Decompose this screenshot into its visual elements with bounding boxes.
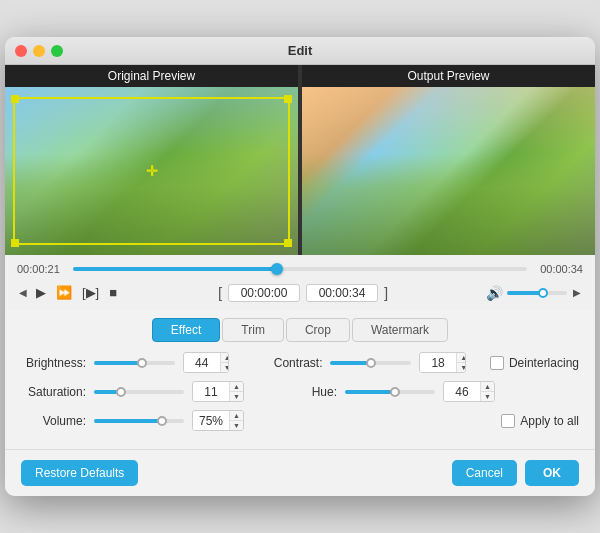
apply-to-all-checkbox[interactable] (501, 414, 515, 428)
saturation-slider[interactable] (94, 390, 184, 394)
hue-slider[interactable] (345, 390, 435, 394)
tab-crop[interactable]: Crop (286, 318, 350, 342)
original-preview-label: Original Preview (5, 65, 298, 87)
tab-effect[interactable]: Effect (152, 318, 220, 342)
brightness-up[interactable]: ▲ (221, 353, 230, 363)
tab-watermark[interactable]: Watermark (352, 318, 448, 342)
volume-control-thumb[interactable] (157, 416, 167, 426)
edit-window: Edit Original Preview ✛ Output Preview (5, 37, 595, 496)
timeline-end-time: 00:00:34 (533, 263, 583, 275)
timeline-area: 00:00:21 00:00:34 ◀ ▶ ⏩ [▶] ■ [ ] 🔊 (5, 255, 595, 310)
tab-trim[interactable]: Trim (222, 318, 284, 342)
crop-overlay[interactable]: ✛ (13, 97, 290, 245)
volume-thumb[interactable] (538, 288, 548, 298)
timeline-slider[interactable] (73, 267, 527, 271)
contrast-slider[interactable] (330, 361, 411, 365)
tabs-area: Effect Trim Crop Watermark (5, 310, 595, 342)
apply-to-all-area: Apply to all (501, 414, 579, 428)
saturation-thumb[interactable] (116, 387, 126, 397)
brightness-input-wrap: ▲ ▼ (183, 352, 230, 373)
frame-step-button[interactable]: [▶] (79, 283, 102, 302)
timeline-track: 00:00:21 00:00:34 (17, 263, 583, 275)
brightness-row: Brightness: ▲ ▼ Contrast: ▲ (21, 352, 579, 373)
ok-button[interactable]: OK (525, 460, 579, 486)
volume-label: Volume: (21, 414, 86, 428)
contrast-stepper: ▲ ▼ (456, 353, 466, 372)
deinterlacing-label: Deinterlacing (509, 356, 579, 370)
brightness-label: Brightness: (21, 356, 86, 370)
brightness-thumb[interactable] (137, 358, 147, 368)
timeline-start-time: 00:00:21 (17, 263, 67, 275)
hue-up[interactable]: ▲ (481, 382, 494, 392)
output-preview-image (302, 87, 595, 255)
hue-stepper: ▲ ▼ (480, 382, 494, 401)
cancel-button[interactable]: Cancel (452, 460, 517, 486)
hue-down[interactable]: ▼ (481, 392, 494, 401)
brightness-slider[interactable] (94, 361, 175, 365)
brightness-fill (94, 361, 142, 365)
bracket-open: [ (218, 284, 222, 301)
volume-input-wrap: ▲ ▼ (192, 410, 244, 431)
contrast-thumb[interactable] (366, 358, 376, 368)
bottom-bar: Restore Defaults Cancel OK (5, 449, 595, 496)
volume-control-fill (94, 419, 162, 423)
minimize-button[interactable] (33, 45, 45, 57)
titlebar-buttons (15, 45, 63, 57)
play-button[interactable]: ▶ (33, 283, 49, 302)
volume-down[interactable]: ▼ (230, 421, 243, 430)
contrast-label: Contrast: (257, 356, 322, 370)
saturation-input[interactable] (193, 383, 229, 401)
contrast-down[interactable]: ▼ (457, 363, 466, 372)
original-preview-panel: Original Preview ✛ (5, 65, 298, 255)
deinterlacing-area: Deinterlacing (490, 356, 579, 370)
nav-prev-icon[interactable]: ◀ (17, 285, 29, 300)
nav-row: ◀ ▶ ⏩ [▶] ■ [ ] 🔊 ▶ (17, 279, 583, 306)
maximize-button[interactable] (51, 45, 63, 57)
timecode-end-input[interactable] (306, 284, 378, 302)
volume-icon: 🔊 (486, 285, 503, 301)
nav-next-icon[interactable]: ▶ (571, 285, 583, 300)
hue-thumb[interactable] (390, 387, 400, 397)
volume-control-row: Volume: ▲ ▼ Apply to all (21, 410, 579, 431)
deinterlacing-checkbox[interactable] (490, 356, 504, 370)
window-title: Edit (288, 43, 313, 58)
titlebar: Edit (5, 37, 595, 65)
brightness-stepper: ▲ ▼ (220, 353, 230, 372)
volume-control-slider[interactable] (94, 419, 184, 423)
controls-area: Brightness: ▲ ▼ Contrast: ▲ (5, 342, 595, 449)
saturation-input-wrap: ▲ ▼ (192, 381, 244, 402)
crop-handle-tl[interactable] (11, 95, 19, 103)
volume-input[interactable] (193, 412, 229, 430)
saturation-stepper: ▲ ▼ (229, 382, 243, 401)
hue-fill (345, 390, 395, 394)
volume-up[interactable]: ▲ (230, 411, 243, 421)
brightness-input[interactable] (184, 354, 220, 372)
crop-handle-tr[interactable] (284, 95, 292, 103)
output-preview-panel: Output Preview (302, 65, 595, 255)
output-preview-label: Output Preview (302, 65, 595, 87)
timeline-thumb[interactable] (271, 263, 283, 275)
saturation-label: Saturation: (21, 385, 86, 399)
timecode-area: [ ] (124, 284, 482, 302)
crop-handle-br[interactable] (284, 239, 292, 247)
transport-controls: ▶ ⏩ [▶] ■ (33, 283, 120, 302)
restore-defaults-button[interactable]: Restore Defaults (21, 460, 138, 486)
contrast-input[interactable] (420, 354, 456, 372)
hue-label: Hue: (272, 385, 337, 399)
timeline-progress (73, 267, 277, 271)
crop-handle-bl[interactable] (11, 239, 19, 247)
crop-center-icon: ✛ (146, 163, 158, 179)
contrast-up[interactable]: ▲ (457, 353, 466, 363)
close-button[interactable] (15, 45, 27, 57)
hue-input[interactable] (444, 383, 480, 401)
brightness-down[interactable]: ▼ (221, 363, 230, 372)
contrast-fill (330, 361, 370, 365)
volume-area: 🔊 (486, 285, 567, 301)
stop-button[interactable]: ■ (106, 283, 120, 302)
volume-slider[interactable] (507, 291, 567, 295)
saturation-down[interactable]: ▼ (230, 392, 243, 401)
fast-forward-button[interactable]: ⏩ (53, 283, 75, 302)
hue-input-wrap: ▲ ▼ (443, 381, 495, 402)
saturation-up[interactable]: ▲ (230, 382, 243, 392)
timecode-start-input[interactable] (228, 284, 300, 302)
